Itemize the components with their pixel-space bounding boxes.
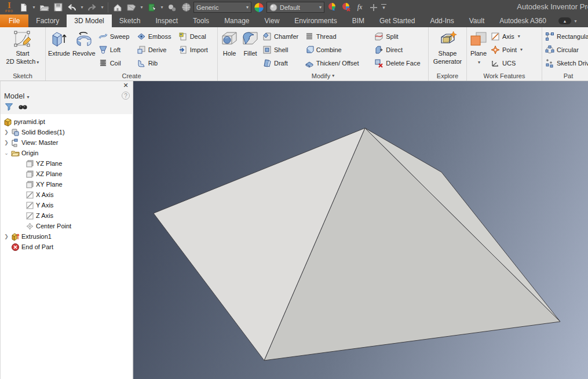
ucs-button[interactable]: UCS	[489, 56, 532, 70]
plane-button[interactable]: Plane▾	[468, 29, 489, 67]
tab-bim[interactable]: BIM	[345, 14, 372, 27]
tab-autodesk-a360[interactable]: Autodesk A360	[492, 14, 554, 27]
tab-file[interactable]: File	[0, 14, 28, 27]
combine-button[interactable]: Combine	[303, 43, 373, 56]
shape-generator-button[interactable]: Shape Generator	[432, 29, 463, 67]
help-icon[interactable]: ?	[122, 92, 130, 100]
group-label-explore[interactable]: Explore	[429, 71, 466, 81]
tree-item-view-master[interactable]: ❯ View: Master	[1, 137, 132, 148]
thicken-offset-button[interactable]: Thicken/ Offset	[303, 56, 373, 70]
shell-icon	[262, 45, 272, 54]
loft-button[interactable]: Loft	[97, 43, 135, 56]
group-label-create[interactable]: Create	[46, 71, 217, 81]
tree-item-origin[interactable]: ⌄ Origin	[1, 148, 132, 158]
rib-button[interactable]: Rib	[135, 56, 177, 70]
group-label-pattern[interactable]: Pat	[542, 71, 588, 81]
tree-item-end-of-part[interactable]: End of Part	[1, 242, 132, 252]
screenshot-dropdown[interactable]: ▾	[139, 5, 144, 10]
derive-button[interactable]: Derive	[135, 43, 177, 56]
group-label-work-features[interactable]: Work Features	[467, 71, 542, 81]
redo-icon[interactable]	[86, 1, 98, 14]
tab-add-ins[interactable]: Add-Ins	[422, 14, 461, 27]
expand-icon[interactable]: ❯	[3, 129, 9, 135]
collapse-icon[interactable]: ⌄	[3, 150, 9, 156]
home-icon[interactable]	[111, 1, 124, 14]
import-button[interactable]: Import	[177, 43, 214, 56]
close-icon[interactable]: ✕	[122, 82, 130, 90]
point-button[interactable]: Point▾	[489, 43, 532, 56]
rectangular-pattern-button[interactable]: Rectangula	[543, 30, 588, 43]
undo-dropdown[interactable]: ▾	[79, 5, 85, 10]
circular-pattern-button[interactable]: Circular	[543, 43, 588, 56]
draft-button[interactable]: Draft	[261, 56, 303, 70]
axis-button[interactable]: Axis▾	[489, 30, 532, 43]
plus-icon[interactable]	[367, 1, 380, 14]
revolve-button[interactable]: Revolve	[71, 29, 97, 59]
open-icon[interactable]	[38, 1, 50, 14]
tree-item-yz-plane[interactable]: YZ Plane	[1, 158, 132, 169]
viewport[interactable]	[133, 81, 588, 379]
tree-item-center-point[interactable]: Center Point	[1, 221, 132, 231]
pyramid-model[interactable]	[133, 81, 588, 379]
tree-item-solid-bodies[interactable]: ❯ Solid Bodies(1)	[1, 127, 132, 137]
new-file-icon[interactable]	[17, 1, 30, 14]
tree-item-z-axis[interactable]: Z Axis	[1, 210, 132, 221]
shell-button[interactable]: Shell	[261, 43, 303, 56]
filter-icon[interactable]	[5, 103, 13, 112]
start-2d-sketch-button[interactable]: Start 2D Sketch▾	[5, 29, 41, 67]
tab-vault[interactable]: Vault	[462, 14, 492, 27]
appearance-select[interactable]: Default ▾	[266, 2, 324, 13]
tab-environments[interactable]: Environments	[287, 14, 344, 27]
tab-sketch[interactable]: Sketch	[112, 14, 148, 27]
tab-tools[interactable]: Tools	[185, 14, 217, 27]
fx-parameters-icon[interactable]: fx	[353, 1, 366, 14]
group-label-sketch[interactable]: Sketch	[0, 71, 45, 81]
group-label-modify[interactable]: Modify▾	[218, 71, 428, 81]
tab-inspect[interactable]: Inspect	[148, 14, 185, 27]
folder-icon	[11, 149, 20, 158]
tree-item-x-axis[interactable]: X Axis	[1, 190, 132, 200]
decal-button[interactable]: Decal	[177, 30, 214, 43]
browser-title-dropdown[interactable]: Model▾	[4, 92, 29, 100]
tree-item-xy-plane[interactable]: XY Plane	[1, 179, 132, 190]
save-icon[interactable]	[52, 1, 64, 14]
new-file-dropdown[interactable]: ▾	[31, 5, 36, 10]
material-browser-icon[interactable]	[166, 1, 178, 14]
direct-button[interactable]: Direct	[372, 43, 427, 56]
color-wheel-icon[interactable]	[253, 1, 265, 14]
expand-icon[interactable]: ❯	[3, 140, 9, 145]
expand-icon[interactable]: ❯	[3, 234, 9, 239]
toolbar-overflow-icon[interactable]: ▾	[381, 4, 386, 10]
web-globe-icon[interactable]	[180, 1, 192, 14]
screenshot-icon[interactable]	[125, 1, 138, 14]
adjust-appearance-icon[interactable]	[326, 1, 338, 14]
chamfer-button[interactable]: Chamfer	[261, 30, 303, 43]
tutorials-dropdown[interactable]: ▾	[159, 5, 165, 10]
search-icon[interactable]	[18, 103, 28, 112]
sketch-driven-pattern-button[interactable]: Sketch Driv	[543, 56, 588, 70]
material-select[interactable]: Generic ▾	[193, 2, 251, 13]
tab-factory[interactable]: Factory	[28, 14, 67, 27]
clear-appearance-icon[interactable]	[339, 1, 352, 14]
split-button[interactable]: Split	[372, 30, 427, 43]
tab-view[interactable]: View	[257, 14, 287, 27]
undo-icon[interactable]	[65, 1, 78, 14]
tutorials-icon[interactable]	[145, 1, 158, 14]
hole-button[interactable]: Hole	[219, 29, 240, 59]
thread-button[interactable]: Thread	[303, 30, 373, 43]
sweep-button[interactable]: Sweep	[97, 30, 135, 43]
ribbon-display-toggle[interactable]: ▲ ▾	[554, 14, 583, 27]
tab-get-started[interactable]: Get Started	[372, 14, 422, 27]
extrude-button[interactable]: Extrude	[47, 29, 71, 59]
delete-face-button[interactable]: Delete Face	[372, 56, 427, 70]
tree-item-y-axis[interactable]: Y Axis	[1, 200, 132, 210]
tab-manage[interactable]: Manage	[217, 14, 257, 27]
tree-item-xz-plane[interactable]: XZ Plane	[1, 169, 132, 179]
redo-dropdown[interactable]: ▾	[100, 5, 105, 10]
tree-item-part[interactable]: pyramid.ipt	[1, 116, 132, 127]
emboss-button[interactable]: Emboss	[135, 30, 177, 43]
coil-button[interactable]: Coil	[97, 56, 135, 70]
tree-item-extrusion1[interactable]: ❯ Extrusion1	[1, 231, 132, 242]
fillet-button[interactable]: Fillet	[240, 29, 261, 59]
tab-3d-model[interactable]: 3D Model	[67, 14, 111, 27]
